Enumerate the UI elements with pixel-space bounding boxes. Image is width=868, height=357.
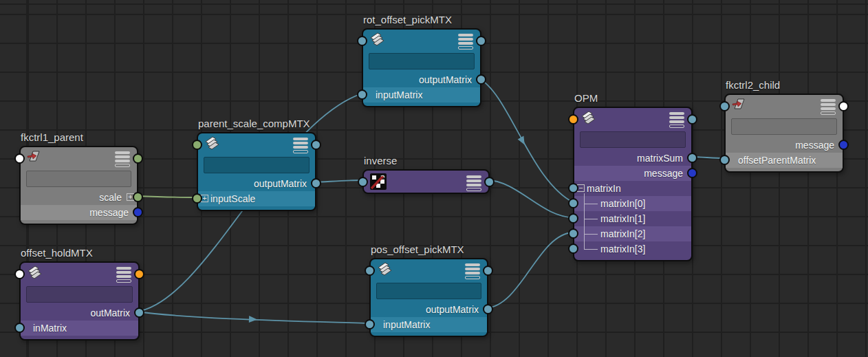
plug-fkctrl1_parent-message[interactable]: [133, 207, 143, 217]
plug-pos_offset_pickMTX-header-left[interactable]: [365, 266, 375, 276]
plug-inverse-header-left[interactable]: [358, 177, 368, 187]
attribute-rows: outputMatrixinputScale+: [198, 176, 315, 206]
plug-OPM-message[interactable]: [687, 168, 697, 178]
transform-icon: [26, 149, 43, 166]
menu-icon[interactable]: [821, 99, 836, 115]
plug-rot_offset_pickMTX-header-left[interactable]: [357, 36, 367, 46]
attr-row-offsetParentMatrix: offsetParentMatrix: [726, 153, 843, 168]
attr-label: inMatrix: [33, 321, 67, 336]
attr-label: inputMatrix: [376, 87, 422, 102]
attr-label: message: [89, 205, 129, 220]
plug-fkctrl2_child-offsetParentMatrix[interactable]: [719, 155, 730, 165]
attr-label: matrixIn[0]: [600, 196, 645, 211]
node-name-field-parent_scale_compMTX[interactable]: [204, 157, 310, 173]
node-name-field-offset_holdMTX[interactable]: [26, 286, 133, 303]
plug-fkctrl1_parent-scale[interactable]: [133, 192, 143, 202]
node-title-offset_holdMTX: offset_holdMTX: [21, 247, 93, 259]
node-name-field-fkctrl2_child[interactable]: [731, 118, 837, 135]
plug-fkctrl1_parent-header-right[interactable]: [133, 153, 143, 164]
attr-label: inputScale: [210, 191, 255, 206]
attr-tree-tick: [584, 219, 598, 219]
attr-row-outputMatrix: outputMatrix: [363, 72, 480, 87]
plug-offset_holdMTX-outMatrix[interactable]: [134, 307, 144, 318]
node-rot_offset_pickMTX[interactable]: outputMatrixinputMatrix: [362, 28, 481, 107]
plug-rot_offset_pickMTX-inputMatrix[interactable]: [357, 89, 367, 100]
plug-OPM-header-left[interactable]: [568, 114, 578, 125]
plug-inverse-header-right[interactable]: [484, 177, 495, 187]
plug-OPM-matrixIn[1][interactable]: [568, 213, 578, 224]
attr-label: inputMatrix: [383, 317, 430, 332]
attr-row-inputScale: inputScale+: [198, 191, 315, 206]
node-fkctrl1_parent[interactable]: scale+message: [19, 146, 138, 225]
menu-icon[interactable]: [669, 112, 684, 128]
attr-row-scale: scale+: [21, 190, 137, 205]
attr-label: message: [644, 166, 683, 181]
plug-fkctrl2_child-header-right[interactable]: [838, 101, 849, 111]
plug-offset_holdMTX-header-right[interactable]: [134, 269, 144, 279]
node-inverse[interactable]: [362, 169, 490, 194]
node-fkctrl2_child[interactable]: messageoffsetParentMatrix: [724, 94, 844, 173]
plug-OPM-matrixIn[2][interactable]: [568, 228, 578, 239]
plug-parent_scale_compMTX-outputMatrix[interactable]: [311, 178, 321, 188]
connection-fkctrl1_parent.scale-to-parent_scale_compMTX.inputScale[interactable]: [135, 196, 197, 197]
plug-offset_holdMTX-inMatrix[interactable]: [14, 323, 25, 333]
plug-pos_offset_pickMTX-outputMatrix[interactable]: [483, 304, 493, 314]
attr-row-outputMatrix: outputMatrix: [371, 302, 487, 317]
node-offset_holdMTX[interactable]: outMatrixinMatrix: [19, 261, 140, 340]
plug-parent_scale_compMTX-header-right[interactable]: [311, 140, 321, 150]
menu-icon[interactable]: [458, 34, 473, 50]
node-editor-canvas[interactable]: fkctrl1_parentscale+messageparent_scale_…: [0, 0, 868, 357]
plug-OPM-matrixIn[3][interactable]: [568, 244, 578, 254]
attr-label: message: [795, 138, 834, 153]
connection-pos_offset_pickMTX.outputMatrix-to-OPM.matrixIn[2][interactable]: [486, 232, 573, 308]
menu-icon[interactable]: [465, 263, 480, 279]
attr-row-matrixSum: matrixSum: [574, 151, 691, 166]
node-pos_offset_pickMTX[interactable]: outputMatrixinputMatrix: [369, 258, 488, 337]
plug-parent_scale_compMTX-inputScale[interactable]: [192, 193, 202, 204]
attr-tree-line: [584, 193, 585, 249]
attr-label: matrixIn[2]: [600, 226, 645, 241]
connection-arrow-icon: [249, 316, 257, 323]
plug-offset_holdMTX-header-left[interactable]: [14, 269, 25, 279]
attr-row-message: message: [574, 166, 691, 181]
plug-OPM-matrixIn[interactable]: [568, 183, 578, 193]
attr-label: matrixSum: [637, 151, 683, 166]
plug-OPM-header-right[interactable]: [687, 114, 697, 125]
attribute-rows: scale+message: [21, 190, 137, 220]
node-OPM[interactable]: matrixSummessagematrixIn−matrixIn[0]matr…: [573, 107, 693, 261]
node-parent_scale_compMTX[interactable]: outputMatrixinputScale+: [197, 132, 316, 211]
node-title-rot_offset_pickMTX: rot_offset_pickMTX: [363, 14, 452, 25]
connection-arrow-icon: [518, 136, 528, 147]
plug-OPM-matrixSum[interactable]: [687, 153, 697, 163]
node-name-field-rot_offset_pickMTX[interactable]: [369, 53, 475, 69]
plug-rot_offset_pickMTX-outputMatrix[interactable]: [476, 74, 486, 85]
menu-icon[interactable]: [293, 138, 308, 153]
plug-fkctrl1_parent-header-left[interactable]: [14, 153, 25, 164]
plug-pos_offset_pickMTX-header-right[interactable]: [483, 266, 493, 276]
attr-label: matrixIn: [587, 181, 621, 196]
attr-row-outMatrix: outMatrix: [21, 305, 138, 321]
attr-row-outputMatrix: outputMatrix: [198, 176, 315, 191]
node-name-field-pos_offset_pickMTX[interactable]: [376, 283, 481, 299]
attribute-rows: outputMatrixinputMatrix: [363, 72, 480, 102]
node-title-fkctrl2_child: fkctrl2_child: [726, 79, 780, 91]
layers-icon: [26, 265, 43, 281]
connection-inverse.output-to-OPM.matrixIn[1][interactable]: [487, 180, 573, 217]
plug-rot_offset_pickMTX-header-right[interactable]: [476, 36, 486, 46]
plug-fkctrl2_child-header-left[interactable]: [719, 101, 730, 111]
layers-icon: [369, 32, 385, 48]
node-name-field-OPM[interactable]: [580, 131, 686, 148]
menu-icon[interactable]: [116, 267, 131, 283]
node-title-pos_offset_pickMTX: pos_offset_pickMTX: [371, 244, 464, 255]
menu-icon[interactable]: [466, 175, 481, 191]
menu-icon[interactable]: [115, 151, 130, 167]
node-title-fkctrl1_parent: fkctrl1_parent: [21, 131, 83, 143]
plug-OPM-matrixIn[0][interactable]: [568, 198, 578, 208]
attr-label: outMatrix: [90, 305, 130, 321]
plug-pos_offset_pickMTX-inputMatrix[interactable]: [365, 319, 375, 329]
plug-parent_scale_compMTX-header-left[interactable]: [192, 140, 202, 150]
connection-offset_holdMTX.outMatrix-to-pos_offset_pickMTX.inputMatrix[interactable]: [137, 312, 369, 323]
plug-fkctrl2_child-message[interactable]: [838, 140, 849, 150]
node-name-field-fkctrl1_parent[interactable]: [26, 171, 131, 187]
attr-label: outputMatrix: [419, 72, 472, 87]
